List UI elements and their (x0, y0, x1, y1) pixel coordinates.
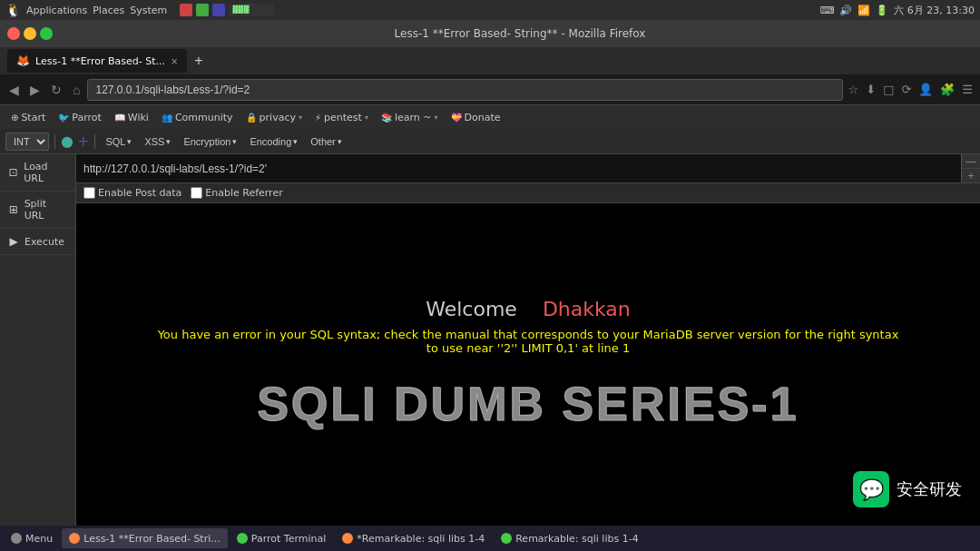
address-bar: ◀ ▶ ↻ ⌂ ☆ ⬇ □ ⟳ 👤 🧩 ☰ (0, 74, 980, 105)
system-menu[interactable]: System (130, 5, 167, 16)
extensions-icon[interactable]: 🧩 (938, 81, 956, 98)
taskbar-menu-label: Menu (25, 533, 53, 545)
places-menu[interactable]: Places (93, 5, 124, 16)
active-tab[interactable]: 🦊 Less-1 **Error Based- St... × (7, 49, 187, 73)
bookmark-label: privacy (260, 112, 296, 123)
back-button[interactable]: ◀ (5, 81, 23, 99)
bookmark-parrot[interactable]: 🐦 Parrot (53, 110, 107, 125)
url-expand-button[interactable]: — (962, 154, 980, 169)
error-message: You have an error in your SQL syntax; ch… (120, 328, 936, 355)
load-url-label: Load URL (24, 161, 68, 184)
pentest-icon: ⚡ (315, 113, 321, 123)
load-url-icon: ⊡ (7, 166, 19, 179)
privacy-dropdown-arrow: ▾ (299, 113, 302, 122)
url-side-controls: — + (962, 154, 980, 182)
split-url-button[interactable]: ⊞ Split URL (0, 192, 75, 229)
url-input-bar: — + (76, 154, 980, 183)
title-bar: Less-1 **Error Based- String** - Mozilla… (0, 20, 980, 47)
sql-button[interactable]: SQL ▾ (101, 134, 136, 149)
bookmark-learn[interactable]: 📚 learn ~ ▾ (376, 110, 444, 125)
menu-dot (11, 533, 22, 544)
profile-icon[interactable]: 👤 (916, 81, 935, 98)
split-area: ⊡ Load URL ⊞ Split URL ▶ Execute — + (0, 154, 980, 526)
taskbar-remarkable-2[interactable]: Remarkable: sqli libs 1-4 (494, 528, 645, 548)
taskbar-remarkable-1[interactable]: *Remarkable: sqli libs 1-4 (335, 528, 492, 548)
sync-icon[interactable]: ⟳ (899, 81, 913, 98)
tab-label: Less-1 **Error Based- St... (35, 55, 165, 67)
post-data-checkbox-label[interactable]: Enable Post data (83, 187, 181, 199)
watermark-text: 安全研发 (897, 478, 962, 500)
encoding-button[interactable]: Encoding ▾ (245, 134, 302, 149)
page-content: Welcome Dhakkan You have an error in you… (120, 298, 936, 431)
close-button[interactable] (7, 27, 20, 40)
taskbar-remarkable1-label: *Remarkable: sqli libs 1-4 (357, 533, 485, 545)
privacy-icon: 🔒 (246, 113, 257, 123)
bookmark-label: Parrot (72, 112, 102, 123)
bookmark-label: Wiki (128, 112, 149, 123)
keyboard-icon: ⌨ (819, 5, 834, 16)
referrer-label: Enable Referrer (205, 187, 282, 199)
datetime: 六 6月 23, 13:30 (894, 4, 975, 17)
left-actions-panel: ⊡ Load URL ⊞ Split URL ▶ Execute (0, 154, 76, 526)
split-url-icon: ⊞ (7, 203, 20, 216)
right-main: — + Enable Post data Enable Referrer (76, 154, 980, 526)
bookmark-label: Community (175, 112, 233, 123)
bookmark-wiki[interactable]: 📖 Wiki (109, 110, 154, 125)
download-icon[interactable]: ⬇ (864, 81, 877, 98)
blue-indicator[interactable]: + (77, 133, 89, 150)
tab-close-button[interactable]: × (171, 56, 178, 66)
url-collapse-button[interactable]: + (962, 169, 980, 182)
url-main-input[interactable] (76, 154, 962, 182)
checkbox-bar: Enable Post data Enable Referrer (76, 183, 980, 203)
referrer-checkbox[interactable] (191, 187, 202, 199)
address-icons: ☆ ⬇ □ ⟳ 👤 🧩 ☰ (847, 81, 975, 98)
remarkable1-dot (342, 533, 353, 544)
split-url-label: Split URL (24, 198, 68, 221)
taskbar: Menu Less-1 **Error Based- Stri... Parro… (0, 526, 980, 551)
other-button[interactable]: Other ▾ (306, 134, 347, 149)
execute-button[interactable]: ▶ Execute (0, 229, 75, 255)
taskbar-firefox[interactable]: Less-1 **Error Based- Stri... (62, 528, 228, 548)
bookmark-donate[interactable]: 💝 Donate (446, 110, 506, 125)
type-select[interactable]: INT (5, 133, 49, 151)
toolbar-separator-2 (94, 134, 95, 149)
firefox-icon: 🦊 (16, 54, 30, 67)
volume-icon: 🔊 (839, 5, 852, 16)
post-data-checkbox[interactable] (83, 187, 95, 199)
taskbar-terminal[interactable]: Parrot Terminal (230, 528, 334, 548)
container-icon[interactable]: □ (881, 81, 896, 98)
home-button[interactable]: ⌂ (69, 81, 83, 99)
bookmark-pentest[interactable]: ⚡ pentest ▾ (309, 110, 374, 125)
bookmark-privacy[interactable]: 🔒 privacy ▾ (240, 110, 308, 125)
pentest-dropdown-arrow: ▾ (365, 113, 368, 122)
bookmark-star-icon[interactable]: ☆ (847, 81, 861, 98)
bookmark-start[interactable]: ⊕ Start (5, 110, 51, 125)
window-controls[interactable] (0, 27, 60, 40)
bookmark-label: learn ~ (395, 112, 432, 123)
referrer-checkbox-label[interactable]: Enable Referrer (191, 187, 282, 199)
welcome-name: Dhakkan (543, 298, 631, 320)
load-url-button[interactable]: ⊡ Load URL (0, 154, 75, 192)
xss-button[interactable]: XSS ▾ (140, 134, 175, 149)
minimize-button[interactable] (24, 27, 36, 40)
green-indicator[interactable]: ● (61, 133, 74, 150)
system-bar-left: 🐧 Applications Places System ▓▓▓ (5, 3, 274, 17)
forward-button[interactable]: ▶ (26, 81, 44, 99)
taskbar-menu[interactable]: Menu (4, 528, 60, 548)
bookmark-community[interactable]: 👥 Community (156, 110, 239, 125)
terminal-dot (237, 533, 248, 544)
menu-icon[interactable]: ☰ (960, 81, 975, 98)
execute-label: Execute (24, 236, 64, 248)
encryption-button[interactable]: Encryption ▾ (179, 134, 241, 149)
applications-menu[interactable]: Applications (26, 5, 87, 16)
welcome-text: Welcome (426, 298, 517, 320)
firefox-dot (69, 533, 80, 544)
welcome-line: Welcome Dhakkan (120, 298, 936, 320)
learn-icon: 📚 (381, 113, 392, 123)
address-input[interactable] (87, 79, 842, 101)
system-bar-right: ⌨ 🔊 📶 🔋 六 6月 23, 13:30 (819, 4, 975, 17)
browser-window: Less-1 **Error Based- String** - Mozilla… (0, 20, 980, 526)
reload-button[interactable]: ↻ (47, 81, 65, 99)
maximize-button[interactable] (40, 27, 53, 40)
new-tab-button[interactable]: + (191, 53, 206, 69)
